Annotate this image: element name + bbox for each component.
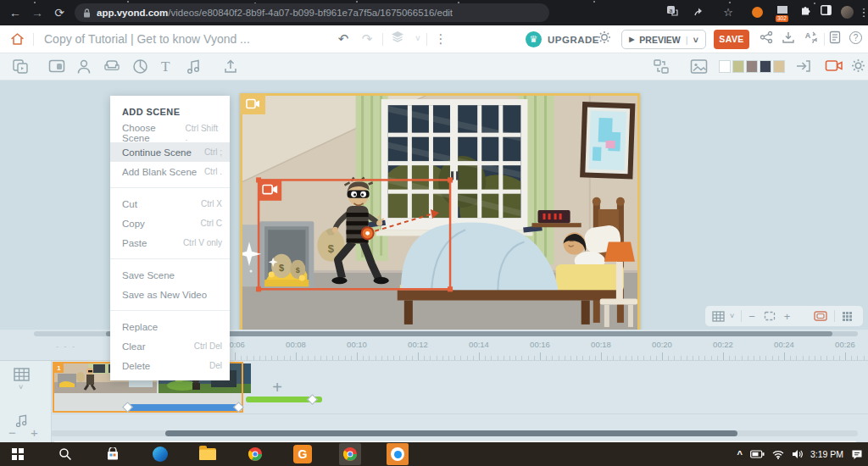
menu-item-save-as-new-video[interactable]: Save as New Video <box>110 285 230 304</box>
translate-icon[interactable]: a <box>666 5 682 20</box>
translate-video-icon[interactable]: A <box>804 31 821 44</box>
asset-toolbar: T <box>0 53 868 80</box>
ruler-label: 00:14 <box>469 340 489 349</box>
menu-item-choose-scene[interactable]: Choose SceneCtrl Shift . <box>110 123 230 142</box>
timeline-zoom-in-button[interactable]: + <box>31 425 38 440</box>
volume-icon[interactable] <box>792 449 803 459</box>
microsoft-store-icon[interactable] <box>102 443 124 465</box>
download-icon[interactable] <box>782 31 798 44</box>
add-scene-button[interactable]: + <box>263 366 292 408</box>
system-tray: ^ 3:19 PM <box>737 442 863 466</box>
video-canvas[interactable]: $ $ $ <box>240 93 640 332</box>
help-button[interactable]: ? <box>849 31 866 44</box>
camera-duration-bar[interactable] <box>127 404 241 411</box>
fit-to-screen-button[interactable] <box>762 311 777 321</box>
home-button[interactable] <box>10 32 25 46</box>
menu-separator <box>110 310 230 311</box>
layers-icon[interactable] <box>391 31 408 42</box>
extension-pumpkin-icon[interactable] <box>749 5 765 20</box>
color-swatch[interactable] <box>746 60 758 73</box>
menu-item-clear[interactable]: ClearCtrl Del <box>110 336 230 356</box>
divider <box>426 33 427 46</box>
menu-item-add-blank-scene[interactable]: Add Blank SceneCtrl . <box>110 162 230 181</box>
notification-center-icon[interactable] <box>851 449 863 460</box>
preview-button[interactable]: ▶ PREVIEW | ˅ <box>621 30 706 49</box>
color-swatch[interactable] <box>773 60 785 73</box>
scene-settings-gear-icon[interactable] <box>851 58 865 73</box>
scene-templates-icon[interactable] <box>12 58 29 75</box>
timeline-zoom-out-button[interactable]: − <box>8 425 16 440</box>
swap-scene-icon[interactable] <box>653 58 670 75</box>
file-explorer-icon[interactable] <box>197 443 219 465</box>
address-bar[interactable]: app.vyond.com/videos/e80840f2-8b9f-4a07-… <box>75 3 549 22</box>
rail-chevron-down-icon[interactable]: ˅ <box>19 383 23 391</box>
share-icon[interactable] <box>693 5 709 20</box>
menu-item-label: Save Scene <box>122 270 175 280</box>
taskbar-search-icon[interactable] <box>54 443 76 465</box>
more-options-kebab-icon[interactable]: ⋮ <box>432 31 449 47</box>
color-swatch[interactable] <box>760 60 771 73</box>
extension-idm-icon[interactable]: 302 <box>775 5 790 20</box>
upgrade-button[interactable]: ♛ UPGRADE <box>526 31 599 47</box>
battery-icon[interactable] <box>750 450 765 458</box>
profile-avatar[interactable] <box>839 5 854 20</box>
background-tool-icon[interactable] <box>48 58 65 74</box>
svg-text:A: A <box>805 31 811 40</box>
audio-tool-icon[interactable] <box>186 58 202 75</box>
color-swatch[interactable] <box>719 60 731 73</box>
enter-exit-effect-icon[interactable] <box>795 58 812 74</box>
menu-separator <box>110 187 230 188</box>
menu-item-copy[interactable]: CopyCtrl C <box>110 214 230 233</box>
browser-forward-button[interactable]: → <box>29 3 46 22</box>
redo-button[interactable]: ↷ <box>359 31 376 47</box>
browser-sidebar-icon[interactable] <box>821 5 836 20</box>
props-tool-icon[interactable] <box>103 58 120 75</box>
text-tool-icon[interactable]: T <box>161 58 170 75</box>
zoom-in-button[interactable]: + <box>777 310 798 323</box>
timeline-h-scrollbar-thumb[interactable] <box>165 430 737 436</box>
grid-view-button[interactable]: ˅ <box>705 311 741 322</box>
menu-item-shortcut: Ctrl V only <box>183 238 222 247</box>
script-notes-icon[interactable] <box>829 31 846 44</box>
grid-panel-toggle[interactable] <box>835 311 860 321</box>
ruler-label: 00:22 <box>713 340 733 349</box>
scene-grid-icon[interactable] <box>14 368 30 381</box>
browser-refresh-button[interactable]: ⟳ <box>51 3 68 22</box>
background-image-icon[interactable] <box>690 58 708 75</box>
bookmark-star-icon[interactable]: ☆ <box>721 5 736 20</box>
upload-tool-icon[interactable] <box>223 58 238 75</box>
layers-chevron-down-icon[interactable]: ˅ <box>409 31 426 47</box>
browser-shortcut-icon[interactable] <box>244 443 266 465</box>
browser-menu-kebab-icon[interactable]: ⋮ <box>856 5 868 20</box>
color-swatch[interactable] <box>732 60 744 73</box>
system-clock[interactable]: 3:19 PM <box>810 449 843 459</box>
idm-g-icon[interactable]: G <box>292 443 314 465</box>
menu-item-cut[interactable]: CutCtrl X <box>110 194 230 214</box>
browser-chrome: ← → ⟳ app.vyond.com/videos/e80840f2-8b9f… <box>0 0 868 25</box>
wifi-icon[interactable] <box>772 450 784 459</box>
scene-camera-badge[interactable] <box>240 93 265 114</box>
menu-item-save-scene[interactable]: Save Scene <box>110 265 230 285</box>
timeline-bottom-bar: − + <box>0 425 868 442</box>
start-button[interactable] <box>7 443 29 465</box>
chart-tool-icon[interactable] <box>132 58 148 75</box>
browser-back-button[interactable]: ← <box>7 3 24 22</box>
camera-track-toggle[interactable] <box>807 311 834 321</box>
menu-item-replace[interactable]: Replace <box>110 317 230 336</box>
timeline-h-scrollbar[interactable] <box>51 430 858 436</box>
menu-item-delete[interactable]: DeleteDel <box>110 356 230 375</box>
camera-tool-icon[interactable] <box>825 58 843 73</box>
zoom-out-button[interactable]: − <box>742 310 762 323</box>
edge-browser-icon[interactable] <box>149 443 171 465</box>
character-tool-icon[interactable] <box>76 58 92 75</box>
chrome-active-icon[interactable] <box>339 443 361 465</box>
extensions-puzzle-icon[interactable] <box>800 5 815 20</box>
menu-item-continue-scene[interactable]: Continue SceneCtrl ; <box>110 142 230 162</box>
share-video-icon[interactable] <box>760 31 776 44</box>
save-button[interactable]: SAVE <box>714 30 749 49</box>
settings-gear-icon[interactable] <box>598 31 615 44</box>
vyond-app-icon[interactable] <box>387 443 409 465</box>
tray-expand-icon[interactable]: ^ <box>737 449 742 459</box>
menu-item-paste[interactable]: PasteCtrl V only <box>110 233 230 252</box>
undo-button[interactable]: ↶ <box>335 31 352 47</box>
